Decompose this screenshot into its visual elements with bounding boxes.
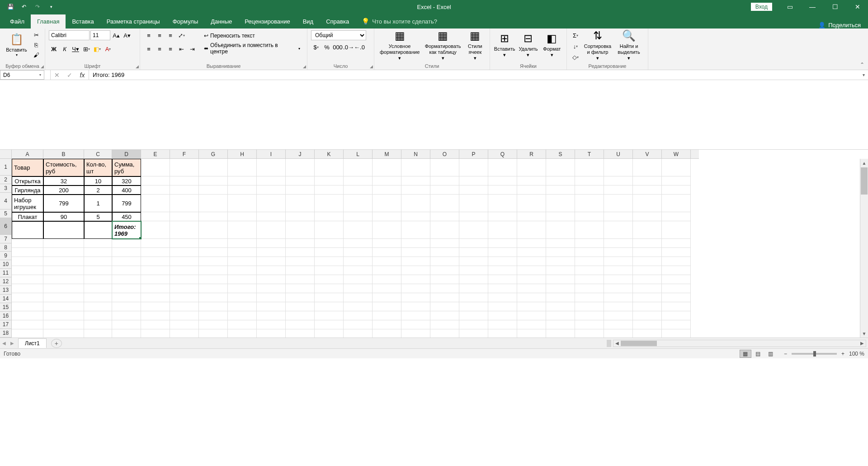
cell-W11[interactable] [662, 275, 691, 284]
cell-R15[interactable] [517, 311, 546, 320]
view-page-layout-icon[interactable]: ▤ [752, 350, 764, 358]
cell-K10[interactable] [315, 266, 344, 275]
cell-L8[interactable] [344, 248, 373, 257]
accounting-format-icon[interactable]: $ [311, 42, 321, 52]
cell-R6[interactable] [517, 221, 546, 239]
cell-B17[interactable] [43, 329, 84, 338]
cell-W5[interactable] [662, 212, 691, 221]
col-header-P[interactable]: P [459, 150, 488, 159]
cell-U14[interactable] [604, 302, 633, 311]
cell-S11[interactable] [546, 275, 575, 284]
cell-V12[interactable] [633, 284, 662, 293]
cell-T1[interactable] [575, 159, 604, 176]
cell-P3[interactable] [459, 185, 488, 195]
cell-I5[interactable] [257, 212, 286, 221]
fill-icon[interactable]: ↓ [571, 41, 580, 51]
cell-U6[interactable] [604, 221, 633, 239]
cell-S7[interactable] [546, 239, 575, 248]
cell-G5[interactable] [199, 212, 228, 221]
cell-F7[interactable] [170, 239, 199, 248]
cell-R14[interactable] [517, 302, 546, 311]
cell-S4[interactable] [546, 195, 575, 212]
cell-G10[interactable] [199, 266, 228, 275]
cell-V9[interactable] [633, 257, 662, 266]
cell-C1[interactable]: Кол-во, шт [84, 159, 112, 176]
col-header-M[interactable]: M [373, 150, 401, 159]
cell-K15[interactable] [315, 311, 344, 320]
cell-D15[interactable] [112, 311, 141, 320]
format-painter-icon[interactable]: 🖌 [31, 50, 41, 59]
row-header-2[interactable]: 2 [0, 176, 12, 184]
cell-H8[interactable] [228, 248, 257, 257]
cell-I15[interactable] [257, 311, 286, 320]
sheet-nav-next-icon[interactable]: ▶ [8, 341, 16, 346]
cell-K1[interactable] [315, 159, 344, 176]
cell-N1[interactable] [401, 159, 430, 176]
cell-R10[interactable] [517, 266, 546, 275]
cell-K3[interactable] [315, 185, 344, 195]
cell-E5[interactable] [141, 212, 170, 221]
cell-N8[interactable] [401, 248, 430, 257]
cell-B2[interactable]: 32 [43, 176, 84, 185]
cell-G8[interactable] [199, 248, 228, 257]
cell-M14[interactable] [373, 302, 401, 311]
cell-V1[interactable] [633, 159, 662, 176]
cell-R7[interactable] [517, 239, 546, 248]
clear-icon[interactable]: ◇ [571, 52, 580, 62]
row-header-8[interactable]: 8 [0, 243, 12, 252]
orientation-icon[interactable]: ⤢ [176, 30, 186, 40]
cell-C12[interactable] [84, 284, 112, 293]
number-format-select[interactable]: Общий [311, 30, 366, 40]
cell-C9[interactable] [84, 257, 112, 266]
cell-N7[interactable] [401, 239, 430, 248]
cell-E11[interactable] [141, 275, 170, 284]
cell-F14[interactable] [170, 302, 199, 311]
cell-U10[interactable] [604, 266, 633, 275]
row-header-15[interactable]: 15 [0, 303, 12, 312]
cell-N11[interactable] [401, 275, 430, 284]
col-header-D[interactable]: D [112, 150, 141, 159]
cell-O12[interactable] [430, 284, 459, 293]
cell-R3[interactable] [517, 185, 546, 195]
cell-U9[interactable] [604, 257, 633, 266]
cell-S16[interactable] [546, 320, 575, 329]
cell-R11[interactable] [517, 275, 546, 284]
cell-V8[interactable] [633, 248, 662, 257]
col-header-O[interactable]: O [430, 150, 459, 159]
cell-F8[interactable] [170, 248, 199, 257]
cell-P12[interactable] [459, 284, 488, 293]
merge-center-button[interactable]: ⬌ Объединить и поместить в центре ▾ [201, 43, 303, 54]
cell-F1[interactable] [170, 159, 199, 176]
cell-D11[interactable] [112, 275, 141, 284]
cell-V17[interactable] [633, 329, 662, 338]
cell-O11[interactable] [430, 275, 459, 284]
cell-E4[interactable] [141, 195, 170, 212]
cell-Q16[interactable] [488, 320, 517, 329]
cell-L4[interactable] [344, 195, 373, 212]
cell-A17[interactable] [12, 329, 43, 338]
cell-D13[interactable] [112, 293, 141, 302]
cell-M9[interactable] [373, 257, 401, 266]
align-center-icon[interactable]: ≡ [155, 44, 165, 54]
formula-input[interactable]: Итого: 1969 [89, 70, 859, 80]
row-header-11[interactable]: 11 [0, 269, 12, 277]
cell-R1[interactable] [517, 159, 546, 176]
decrease-indent-icon[interactable]: ⇤ [176, 44, 186, 54]
cell-P5[interactable] [459, 212, 488, 221]
zoom-level[interactable]: 100 % [849, 351, 864, 357]
maximize-icon[interactable]: ☐ [825, 0, 845, 14]
cell-W16[interactable] [662, 320, 691, 329]
cell-M8[interactable] [373, 248, 401, 257]
cell-C8[interactable] [84, 248, 112, 257]
cell-N3[interactable] [401, 185, 430, 195]
cell-W4[interactable] [662, 195, 691, 212]
insert-function-icon[interactable]: fx [76, 70, 89, 80]
cell-O15[interactable] [430, 311, 459, 320]
cell-W14[interactable] [662, 302, 691, 311]
cell-E13[interactable] [141, 293, 170, 302]
tab-home[interactable]: Главная [31, 14, 66, 29]
cell-D14[interactable] [112, 302, 141, 311]
font-launcher-icon[interactable]: ◢ [136, 64, 139, 69]
cell-N14[interactable] [401, 302, 430, 311]
cell-N2[interactable] [401, 176, 430, 185]
